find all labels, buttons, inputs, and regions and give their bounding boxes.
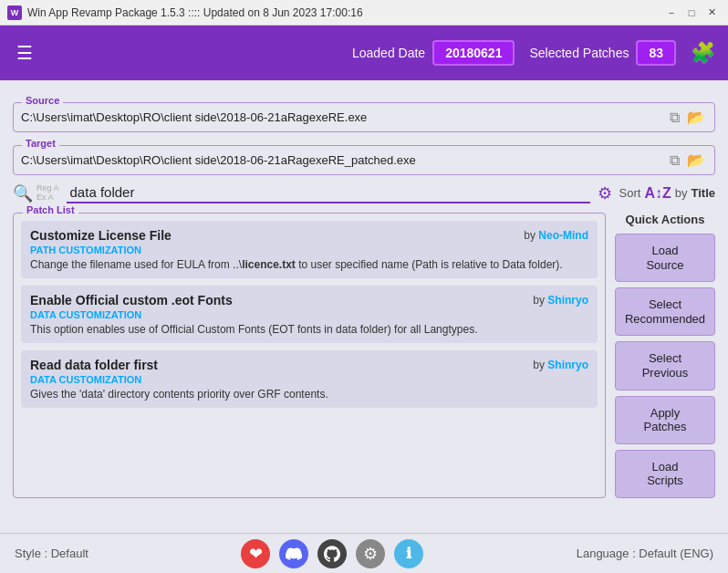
select-recommended-button[interactable]: SelectRecommended — [615, 287, 715, 336]
footer-icons: ❤ ⚙ ℹ — [88, 539, 577, 568]
patch-name: Enable Official custom .eot Fonts — [30, 293, 233, 307]
source-input[interactable] — [21, 110, 664, 124]
patch-author: by Shinryo — [533, 294, 588, 307]
source-copy-button[interactable]: ⧉ — [668, 109, 681, 126]
apply-patches-button[interactable]: ApplyPatches — [615, 396, 715, 444]
footer: Style : Default ❤ ⚙ ℹ Language : Default… — [0, 533, 728, 573]
quick-actions-title: Quick Actions — [615, 213, 715, 226]
info-button[interactable]: ℹ — [394, 539, 423, 568]
source-folder-button[interactable]: 📂 — [685, 109, 707, 126]
patch-category: DATA CUSTOMIZATION — [30, 309, 588, 320]
load-source-button[interactable]: LoadSource — [615, 234, 715, 282]
patch-category: PATH CUSTOMIZATION — [30, 245, 588, 255]
loaded-date-group: Loaded Date 20180621 — [352, 40, 515, 66]
target-folder-button[interactable]: 📂 — [685, 151, 707, 169]
source-label: Source — [22, 95, 63, 106]
quick-actions: Quick Actions LoadSource SelectRecommend… — [615, 213, 715, 498]
selected-patches-badge: 83 — [636, 40, 676, 66]
sort-label: Sort — [619, 186, 641, 200]
puzzle-icon[interactable]: 🧩 — [691, 41, 715, 65]
title-bar: W Win App Revamp Package 1.5.3 :::: Upda… — [0, 0, 728, 26]
github-button[interactable] — [317, 539, 347, 568]
search-icon-area: 🔍 Reg AEx A — [13, 183, 59, 203]
patch-name: Customize License File — [30, 228, 172, 243]
search-settings-button[interactable]: ⚙ — [598, 183, 612, 203]
patch-desc: This option enables use of Official Cust… — [30, 323, 588, 336]
main-content: Source ⧉ 📂 Target ⧉ 📂 🔍 Reg AEx A ⚙ Sort… — [0, 80, 728, 507]
list-item[interactable]: Customize License File by Neo-Mind PATH … — [21, 221, 598, 278]
sort-button[interactable]: A↕Z — [644, 185, 671, 202]
list-item[interactable]: Read data folder first by Shinryo DATA C… — [21, 350, 598, 408]
search-sub-label: Reg AEx A — [36, 184, 59, 203]
maximize-button[interactable]: □ — [682, 4, 701, 22]
settings-button[interactable]: ⚙ — [356, 539, 385, 568]
patch-item-header: Read data folder first by Shinryo — [30, 358, 588, 372]
search-input[interactable] — [67, 182, 590, 203]
selected-patches-group: Selected Patches 83 — [529, 40, 676, 66]
target-label: Target — [22, 138, 59, 149]
patch-list-title: Patch List — [23, 204, 78, 215]
source-field-row: ⧉ 📂 — [13, 102, 715, 132]
patch-item-header: Enable Official custom .eot Fonts by Shi… — [30, 293, 588, 307]
patch-item-header: Customize License File by Neo-Mind — [30, 228, 588, 243]
patch-author: by Shinryo — [533, 359, 588, 371]
selected-patches-label: Selected Patches — [529, 46, 629, 60]
patch-author: by Neo-Mind — [524, 229, 588, 242]
patch-name: Read data folder first — [30, 358, 158, 372]
title-bar-text: Win App Revamp Package 1.5.3 :::: Update… — [27, 6, 662, 19]
select-previous-button[interactable]: SelectPrevious — [615, 341, 715, 390]
patch-desc: Gives the 'data' directory contents prio… — [30, 388, 588, 401]
app-icon: W — [7, 5, 22, 20]
header-bar: ☰ Loaded Date 20180621 Selected Patches … — [0, 26, 728, 80]
close-button[interactable]: ✕ — [702, 4, 721, 22]
loaded-date-label: Loaded Date — [352, 46, 425, 60]
load-scripts-button[interactable]: LoadScripts — [615, 450, 715, 498]
source-field-group: Source ⧉ 📂 — [13, 102, 715, 132]
patch-category: DATA CUSTOMIZATION — [30, 374, 588, 385]
patch-desc: Change the filename used for EULA from .… — [30, 258, 588, 271]
search-icon: 🔍 — [13, 183, 33, 203]
target-input[interactable] — [21, 153, 664, 167]
list-item[interactable]: Enable Official custom .eot Fonts by Shi… — [21, 286, 598, 343]
patreon-button[interactable]: ❤ — [241, 539, 270, 568]
patch-list-container: Patch List Customize License File by Neo… — [13, 213, 715, 498]
minimize-button[interactable]: − — [662, 4, 681, 22]
target-field-row: ⧉ 📂 — [13, 145, 715, 175]
footer-style: Style : Default — [15, 547, 88, 560]
search-bar: 🔍 Reg AEx A ⚙ Sort A↕Z by Title — [13, 182, 715, 203]
target-copy-button[interactable]: ⧉ — [668, 152, 681, 169]
loaded-date-badge: 20180621 — [432, 40, 515, 66]
footer-language: Language : Default (ENG) — [577, 547, 713, 560]
menu-button[interactable]: ☰ — [13, 38, 36, 68]
target-field-group: Target ⧉ 📂 — [13, 145, 715, 175]
discord-button[interactable] — [279, 539, 308, 568]
sort-field: Title — [692, 186, 716, 200]
title-bar-controls: − □ ✕ — [662, 4, 721, 22]
patch-list-box: Patch List Customize License File by Neo… — [13, 213, 606, 498]
by-label: by — [675, 186, 688, 200]
sort-area: Sort A↕Z by Title — [619, 185, 715, 202]
